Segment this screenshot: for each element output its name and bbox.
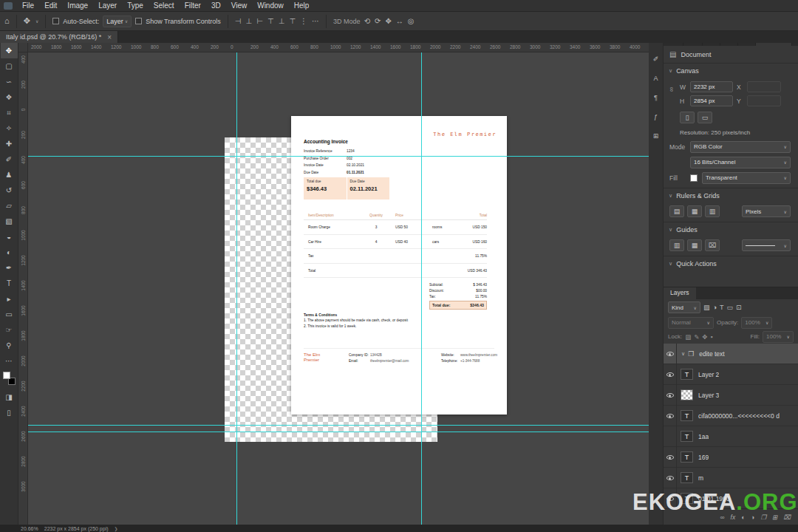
quick-actions-section-header[interactable]: ∨ Quick Actions bbox=[664, 256, 798, 271]
link-dimensions-icon[interactable]: ∞ bbox=[668, 87, 675, 92]
3d-slide-icon[interactable]: ↔ bbox=[396, 18, 403, 25]
visibility-toggle[interactable] bbox=[664, 468, 677, 488]
3d-pan-icon[interactable]: ✥ bbox=[385, 18, 391, 25]
layer-row[interactable]: Tcifa0000000...<<<<<<<<<0 d bbox=[664, 406, 798, 426]
y-input[interactable] bbox=[747, 95, 781, 106]
layer-row[interactable]: Layer 3 bbox=[664, 385, 798, 406]
pen-tool[interactable]: ✒ bbox=[1, 260, 18, 276]
path-selection-tool[interactable]: ▸ bbox=[1, 291, 18, 307]
visibility-toggle[interactable] bbox=[664, 364, 677, 385]
landscape-orientation-button[interactable]: ▭ bbox=[698, 112, 712, 123]
close-icon[interactable]: × bbox=[107, 33, 112, 41]
lasso-tool[interactable]: ∽ bbox=[1, 74, 18, 89]
toggle-rulers-button[interactable]: ▤ bbox=[669, 205, 684, 217]
more-align-options-icon[interactable]: ⋯ bbox=[312, 18, 319, 25]
width-input[interactable]: 2232 px bbox=[690, 81, 733, 92]
brushes-panel-icon[interactable]: ✐ bbox=[649, 53, 663, 65]
toggle-guides-button[interactable]: ▥ bbox=[669, 239, 684, 251]
3d-rotate-icon[interactable]: ⟲ bbox=[364, 18, 370, 25]
lock-guides-button[interactable]: ▦ bbox=[687, 239, 702, 251]
menu-item-type[interactable]: Type bbox=[122, 0, 149, 12]
visibility-toggle[interactable] bbox=[664, 344, 677, 364]
filter-type-layers-icon[interactable]: T bbox=[720, 304, 724, 311]
guide-vertical[interactable] bbox=[421, 52, 422, 525]
3d-roll-icon[interactable]: ⟳ bbox=[375, 18, 381, 25]
crop-tool[interactable]: ⌗ bbox=[1, 105, 18, 120]
quick-selection-tool[interactable]: ❖ bbox=[1, 89, 18, 105]
layer-row[interactable]: ∨❐edite text bbox=[664, 344, 798, 364]
ruler-corner[interactable] bbox=[18, 43, 28, 52]
layer-fill-dropdown[interactable]: 100% ∨ bbox=[763, 331, 794, 343]
align-middle-icon[interactable]: ⊥ bbox=[279, 18, 285, 25]
align-left-icon[interactable]: ⊣ bbox=[235, 18, 242, 25]
layer-row[interactable]: TLayer 2 bbox=[664, 364, 798, 385]
layers-tab[interactable]: Layers bbox=[664, 287, 696, 299]
auto-select-checkbox[interactable] bbox=[52, 18, 59, 24]
blend-mode-dropdown[interactable]: Normal ∨ bbox=[668, 317, 714, 329]
canvas-viewport[interactable]: The Elm Premier Accounting Invoice Invoi… bbox=[28, 52, 649, 525]
x-input[interactable] bbox=[747, 81, 781, 92]
units-dropdown[interactable]: Pixels ∨ bbox=[742, 205, 791, 217]
menu-item-file[interactable]: File bbox=[17, 0, 39, 12]
healing-brush-tool[interactable]: ✚ bbox=[1, 136, 18, 151]
left-ruler[interactable]: 4002000200400600800100012001400160018002… bbox=[18, 52, 28, 525]
clone-stamp-tool[interactable]: ♟ bbox=[1, 167, 18, 183]
guide-style-dropdown[interactable]: ∨ bbox=[742, 239, 791, 251]
guide-vertical[interactable] bbox=[236, 52, 237, 525]
move-tool[interactable]: ✥ bbox=[1, 43, 18, 58]
glyphs-panel-icon[interactable]: ƒ bbox=[649, 111, 663, 123]
distribute-icon[interactable]: ⋮ bbox=[300, 18, 307, 25]
dodge-tool[interactable]: ◐ bbox=[1, 245, 18, 260]
lock-pixels-icon[interactable]: ✎ bbox=[694, 333, 699, 341]
lock-all-icon[interactable]: ▪ bbox=[710, 333, 712, 341]
filter-adjustment-layers-icon[interactable]: ◑ bbox=[713, 304, 717, 311]
chevron-right-icon[interactable]: ❯ bbox=[115, 526, 118, 531]
guide-horizontal[interactable] bbox=[28, 425, 649, 426]
canvas-section-header[interactable]: ∨ Canvas bbox=[664, 64, 798, 78]
align-right-icon[interactable]: ⊢ bbox=[256, 18, 263, 25]
filter-shape-layers-icon[interactable]: ▭ bbox=[726, 304, 733, 311]
height-input[interactable]: 2854 px bbox=[690, 95, 733, 106]
home-icon[interactable]: ⌂ bbox=[4, 17, 10, 25]
toggle-pixel-grid-button[interactable]: ▥ bbox=[705, 205, 720, 217]
filter-pixel-layers-icon[interactable]: ▨ bbox=[703, 304, 710, 311]
marquee-tool[interactable]: ▢ bbox=[1, 58, 18, 74]
guide-horizontal[interactable] bbox=[28, 432, 649, 432]
visibility-toggle[interactable] bbox=[664, 385, 677, 406]
type-tool[interactable]: T bbox=[1, 276, 18, 291]
bit-depth-dropdown[interactable]: 16 Bits/Channel ∨ bbox=[690, 157, 791, 168]
color-mode-dropdown[interactable]: RGB Color ∨ bbox=[690, 141, 791, 153]
top-ruler[interactable]: 2000180016001400120010008006004002000200… bbox=[28, 43, 649, 52]
layer-row[interactable]: T169 bbox=[664, 447, 798, 468]
canvas-fill-dropdown[interactable]: Transparent ∨ bbox=[702, 172, 791, 184]
menu-item-select[interactable]: Select bbox=[149, 0, 180, 12]
menu-item-edit[interactable]: Edit bbox=[39, 0, 62, 12]
menu-item-3d[interactable]: 3D bbox=[206, 0, 226, 12]
visibility-toggle[interactable] bbox=[664, 426, 677, 447]
history-brush-tool[interactable]: ↺ bbox=[1, 183, 18, 198]
opacity-dropdown[interactable]: 100% ∨ bbox=[741, 317, 772, 329]
auto-select-target-dropdown[interactable]: Layer ∨ bbox=[103, 16, 132, 27]
lock-transparency-icon[interactable]: ▨ bbox=[685, 333, 691, 341]
align-center-horizontal-icon[interactable]: ⊥ bbox=[246, 18, 253, 25]
menu-item-filter[interactable]: Filter bbox=[180, 0, 206, 12]
app-logo-icon[interactable] bbox=[4, 2, 13, 10]
shape-tool[interactable]: ▭ bbox=[1, 307, 18, 322]
layer-row[interactable]: Tm bbox=[664, 468, 798, 488]
guide-horizontal[interactable] bbox=[28, 156, 649, 157]
menu-item-view[interactable]: View bbox=[226, 0, 253, 12]
foreground-color-swatch[interactable] bbox=[3, 372, 10, 379]
eyedropper-tool[interactable]: ✧ bbox=[1, 120, 18, 136]
zoom-level[interactable]: 20.66% bbox=[21, 526, 38, 531]
filter-smart-objects-icon[interactable]: ⊡ bbox=[736, 304, 742, 311]
portrait-orientation-button[interactable]: ▯ bbox=[680, 112, 695, 123]
character-panel-icon[interactable]: A bbox=[649, 72, 663, 84]
paragraph-panel-icon[interactable]: ¶ bbox=[649, 92, 663, 103]
menu-item-window[interactable]: Window bbox=[252, 0, 289, 12]
document-tab[interactable]: Italy id.psd @ 20.7% (RGB/16) * × bbox=[0, 31, 118, 43]
chevron-down-icon[interactable]: ∨ bbox=[681, 351, 685, 357]
eraser-tool[interactable]: ▱ bbox=[1, 198, 18, 214]
edit-toolbar-icon[interactable]: ⋯ bbox=[1, 353, 18, 369]
show-transform-checkbox[interactable] bbox=[135, 18, 142, 24]
align-bottom-icon[interactable]: ⊤ bbox=[289, 18, 296, 25]
